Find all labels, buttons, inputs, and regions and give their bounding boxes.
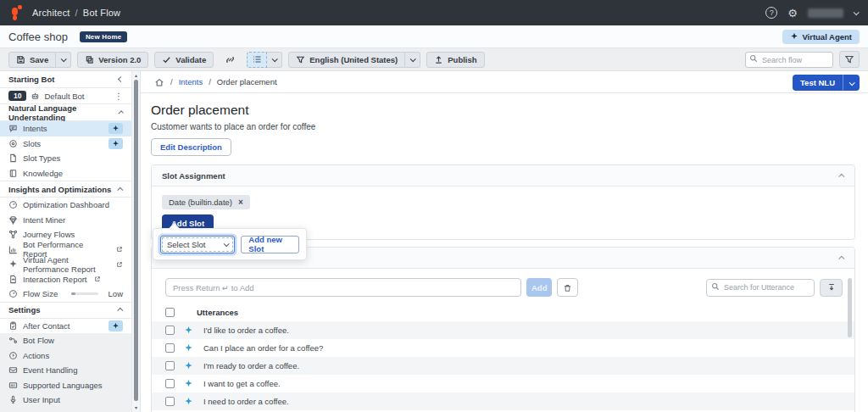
scroll-up-icon[interactable]: ▴: [132, 72, 140, 78]
version-label: Version 2.0: [98, 55, 141, 64]
starting-bot-header[interactable]: Starting Bot: [0, 71, 131, 88]
settings-gear-icon[interactable]: ⚙: [787, 8, 798, 19]
kebab-menu-icon[interactable]: ⋮: [114, 92, 123, 101]
link-icon: [225, 54, 236, 65]
sidebar-item-supported-languages[interactable]: AB Supported Languages: [0, 378, 131, 393]
task-list-button[interactable]: [247, 52, 267, 68]
slots-icon: [8, 139, 18, 148]
utterance-row[interactable]: I need to order a coffee.: [152, 393, 854, 410]
collapse-up-icon[interactable]: [117, 308, 123, 314]
virtual-agent-button[interactable]: Virtual Agent: [782, 30, 860, 44]
search-icon: [749, 54, 758, 63]
sidebar-item-event-handling[interactable]: Event Handling: [0, 363, 131, 378]
link-button[interactable]: [220, 52, 241, 68]
save-button[interactable]: Save: [8, 52, 56, 68]
row-checkbox[interactable]: [165, 397, 175, 406]
row-checkbox[interactable]: [165, 379, 175, 388]
slot-assignment-header[interactable]: Slot Assignment: [152, 165, 854, 187]
version-icon: [85, 55, 94, 64]
flow-search-input[interactable]: [745, 52, 833, 68]
ai-sparkle-icon: [184, 326, 193, 335]
slots-ai-sparkle-button[interactable]: [108, 138, 123, 149]
validate-button[interactable]: Validate: [154, 52, 214, 68]
breadcrumb-separator: /: [75, 8, 78, 18]
sidebar-item-slots[interactable]: Slots: [0, 136, 131, 152]
sidebar-item-actions[interactable]: Actions: [0, 348, 131, 364]
settings-section-title: Settings: [8, 305, 40, 315]
sidebar-item-bot-flow[interactable]: Bot Flow: [0, 333, 131, 348]
task-list-options-button[interactable]: [267, 52, 282, 68]
import-utterances-button[interactable]: [820, 279, 843, 297]
sidebar-item-intents[interactable]: Intents: [0, 121, 131, 136]
utterance-text: I need to order a coffee.: [203, 397, 289, 406]
sidebar-item-label: Virtual Agent Performance Report: [23, 255, 109, 274]
utterance-search-input[interactable]: [706, 279, 815, 297]
diamond-icon: [8, 215, 18, 225]
sidebar-item-after-contact[interactable]: After Contact: [0, 319, 131, 334]
sidebar-item-slot-types[interactable]: Slot Types: [0, 151, 131, 166]
user-menu-chevron-icon[interactable]: [854, 9, 860, 15]
breadcrumb-current: Order placement: [217, 77, 277, 86]
sidebar: Starting Bot 10 Default Bot ⋮ Natural La…: [0, 71, 131, 412]
utterance-row[interactable]: I'm ready to order a coffee.: [152, 357, 854, 375]
insights-section-header[interactable]: Insights and Optimizations: [0, 181, 131, 198]
user-name[interactable]: [808, 8, 843, 18]
scroll-down-icon[interactable]: ▾: [132, 404, 140, 410]
collapse-up-icon[interactable]: [838, 173, 844, 179]
scrollbar-thumb[interactable]: [134, 80, 138, 401]
nlu-section-header[interactable]: Natural Language Understanding: [0, 104, 131, 121]
gauge-icon: [8, 289, 18, 298]
actions-icon: [8, 351, 18, 360]
collapse-left-icon[interactable]: [118, 76, 124, 82]
utterances-column-header: Utterances: [197, 308, 238, 317]
home-icon[interactable]: [154, 77, 164, 87]
add-utterance-button[interactable]: Add: [526, 278, 552, 297]
chevron-down-icon: [61, 56, 67, 62]
after-contact-ai-sparkle-button[interactable]: [108, 320, 123, 331]
slot-select-dropdown[interactable]: Select Slot: [160, 236, 235, 253]
publish-button[interactable]: Publish: [426, 52, 484, 68]
test-nlu-button[interactable]: Test NLU: [793, 75, 860, 91]
flow-size-level: Low: [108, 289, 123, 298]
sidebar-item-flow-size[interactable]: Flow Size Low: [0, 287, 131, 302]
help-icon[interactable]: ?: [765, 7, 777, 19]
genesys-logo-icon: [10, 5, 24, 20]
select-all-checkbox[interactable]: [165, 308, 175, 317]
flow-filter-button[interactable]: [839, 51, 860, 68]
row-checkbox[interactable]: [165, 343, 175, 353]
remove-slot-icon[interactable]: ×: [238, 198, 243, 207]
edit-description-button[interactable]: Edit Description: [151, 138, 231, 156]
starting-bot-title: Starting Bot: [8, 75, 54, 84]
sidebar-item-interaction-report[interactable]: Interaction Report: [0, 272, 131, 287]
add-new-slot-button[interactable]: Add new Slot: [241, 236, 299, 253]
language-button[interactable]: English (United States): [288, 52, 405, 68]
collapse-up-icon[interactable]: [838, 255, 844, 261]
sidebar-item-user-input[interactable]: User Input: [0, 393, 131, 408]
settings-section-header[interactable]: Settings: [0, 302, 131, 319]
default-bot-row[interactable]: 10 Default Bot ⋮: [0, 88, 131, 104]
row-checkbox[interactable]: [165, 361, 175, 370]
sidebar-item-virtual-agent-performance-report[interactable]: Virtual Agent Performance Report: [0, 257, 131, 272]
utterance-row[interactable]: Can I place an order for a coffee?: [152, 339, 854, 357]
row-checkbox[interactable]: [165, 326, 175, 335]
event-handling-icon: [8, 365, 18, 375]
utterance-row[interactable]: I want to get a coffee.: [152, 375, 854, 393]
language-options-button[interactable]: [405, 52, 420, 68]
languages-icon: AB: [8, 381, 18, 390]
version-button[interactable]: Version 2.0: [77, 52, 148, 68]
sidebar-item-knowledge[interactable]: Knowledge: [0, 166, 131, 181]
sidebar-scrollbar[interactable]: ▴ ▾: [131, 71, 141, 412]
sidebar-item-intent-miner[interactable]: Intent Miner: [0, 213, 131, 228]
external-link-icon: [116, 246, 123, 253]
intents-ai-sparkle-button[interactable]: [108, 123, 123, 134]
product-name: Architect: [32, 8, 70, 18]
collapse-up-icon[interactable]: [117, 187, 123, 192]
delete-utterances-button[interactable]: [557, 278, 578, 297]
utterance-table-header: Utterances: [152, 303, 854, 321]
breadcrumb-intents-link[interactable]: Intents: [179, 77, 203, 86]
save-options-button[interactable]: [56, 52, 71, 68]
utterance-input[interactable]: [165, 278, 521, 297]
utterance-row[interactable]: I'd like to order a coffee.: [152, 321, 854, 339]
utterance-list-scrollbar[interactable]: [848, 278, 852, 337]
sidebar-item-optimization-dashboard[interactable]: Optimization Dashboard: [0, 198, 131, 213]
